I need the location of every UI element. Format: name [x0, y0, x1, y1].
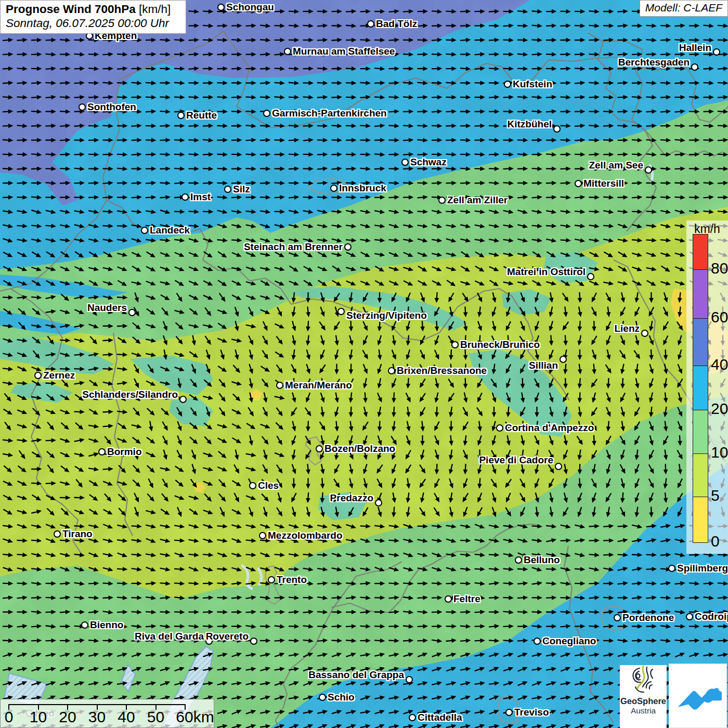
- city-label: Schio: [328, 692, 355, 703]
- city-label: Bruneck/Brunico: [460, 339, 540, 350]
- city-marker-dot: [330, 185, 337, 192]
- city-marker-dot: [268, 576, 275, 583]
- city-marker-dot: [575, 180, 582, 187]
- model-label: Modell: C-LAEF: [640, 0, 728, 17]
- city-marker-dot: [614, 614, 621, 621]
- city-label: Zell am Ziller: [447, 194, 508, 206]
- city-label: Garmisch-Partenkirchen: [272, 108, 387, 119]
- geosphere-logo-box: GeoSphere Austria: [620, 665, 667, 728]
- legend-color-segment: [693, 269, 708, 319]
- city-label: Bozen/Bolzano: [324, 443, 395, 454]
- legend-color-segment: [693, 234, 708, 270]
- city-marker-dot: [691, 63, 698, 71]
- city-label: Trento: [277, 574, 307, 586]
- city-marker-dot: [337, 308, 345, 315]
- city-label: Meran/Merano: [285, 380, 352, 391]
- city-label: Treviso: [514, 707, 549, 718]
- city-label: Bad Tölz: [376, 18, 417, 30]
- city-label: Steinach am Brenner: [244, 241, 343, 253]
- city-marker-dot: [54, 530, 61, 538]
- city-label: Cittadella: [418, 712, 462, 723]
- city-marker-dot: [375, 499, 382, 506]
- city-label: Rovereto: [206, 631, 249, 642]
- city-marker-dot: [515, 556, 522, 564]
- city-marker-dot: [534, 638, 541, 645]
- legend-color-segment: [693, 410, 708, 454]
- city-label: Belluno: [524, 554, 560, 566]
- city-marker-dot: [406, 676, 413, 683]
- mountain-cloud-icon: [674, 672, 722, 720]
- city-label: Mezzolombardo: [268, 530, 343, 541]
- city-marker-dot: [179, 396, 187, 403]
- scalebar-tick-label: 20: [59, 708, 76, 726]
- city-marker-dot: [34, 372, 42, 379]
- legend-color-segment: [693, 453, 708, 497]
- city-marker-dot: [451, 341, 459, 348]
- map-title-unit: [km/h]: [136, 3, 171, 16]
- legend-value-label: 40: [711, 356, 728, 373]
- city-label: Sterzing/Vipiteno: [346, 310, 427, 321]
- legend-value-label: 60: [711, 308, 728, 326]
- city-label: Pordenone: [622, 612, 674, 623]
- city-marker-dot: [496, 424, 503, 432]
- city-marker-dot: [217, 4, 225, 11]
- city-label: Nauders: [87, 302, 127, 314]
- city-marker-dot: [668, 565, 675, 572]
- city-label: Brixen/Bressanone: [397, 365, 487, 376]
- city-marker-dot: [276, 382, 283, 389]
- city-label: Lienz: [614, 323, 640, 334]
- city-label: Berchtesgaden: [618, 57, 690, 68]
- city-marker-dot: [224, 186, 231, 193]
- city-label: Sillian: [529, 360, 558, 371]
- city-marker-dot: [445, 595, 452, 603]
- city-marker-dot: [713, 48, 720, 56]
- city-marker-dot: [555, 463, 562, 470]
- city-label: Imst: [190, 191, 211, 203]
- city-marker-dot: [79, 103, 86, 111]
- city-label: Feltre: [453, 593, 480, 605]
- legend-value-label: 5: [711, 487, 720, 504]
- city-marker-dot: [249, 482, 256, 489]
- scalebar-tick-label: 60km: [176, 708, 214, 726]
- legend-color-segment: [693, 366, 708, 410]
- city-marker-dot: [553, 125, 561, 133]
- city-marker-dot: [259, 532, 266, 539]
- legend-value-label: 0: [711, 532, 720, 550]
- city-marker-dot: [409, 714, 416, 721]
- scalebar-tick-label: 50: [147, 708, 164, 726]
- legend-value-label: 80: [711, 259, 728, 277]
- city-label: Zernez: [43, 370, 75, 381]
- legend-color-segment: [693, 497, 708, 543]
- legend-color-segment: [693, 318, 708, 366]
- city-label: Reutte: [186, 110, 217, 121]
- city-marker-dot: [181, 193, 189, 201]
- city-label: Landeck: [150, 225, 190, 236]
- city-marker-dot: [401, 159, 409, 166]
- map-title-box: Prognose Wind 700hPa [km/h] Sonntag, 06.…: [0, 0, 186, 34]
- city-marker-dot: [250, 638, 257, 645]
- city-marker-dot: [504, 81, 511, 88]
- city-label: Zell am See: [589, 160, 643, 171]
- city-marker-dot: [319, 694, 326, 701]
- city-marker-dot: [505, 709, 513, 716]
- city-label: Silz: [233, 184, 250, 195]
- city-marker-dot: [316, 445, 323, 452]
- map-title: Prognose Wind 700hPa [km/h]: [6, 2, 180, 16]
- geosphere-name: GeoSphere: [620, 696, 666, 706]
- city-label: Matrei in Osttirol: [507, 266, 586, 278]
- city-label: Codroipo: [695, 611, 728, 622]
- city-label: Predazzo: [330, 492, 373, 504]
- city-label: Conegliano: [542, 635, 596, 647]
- scalebar-tick-label: 0: [5, 708, 14, 726]
- city-label: Innsbruck: [339, 183, 386, 194]
- weather-map-screenshot: SchongauBad TölzKemptenMurnau am Staffel…: [0, 0, 728, 728]
- city-marker-dot: [686, 613, 693, 620]
- city-label: Schongau: [226, 2, 274, 13]
- city-marker-dot: [367, 20, 374, 28]
- city-label: Bormio: [107, 446, 142, 458]
- geosphere-country: Austria: [631, 706, 656, 716]
- city-marker-dot: [128, 309, 136, 316]
- city-marker-dot: [263, 110, 270, 117]
- city-label: Schwaz: [410, 157, 447, 168]
- city-marker-dot: [344, 243, 352, 251]
